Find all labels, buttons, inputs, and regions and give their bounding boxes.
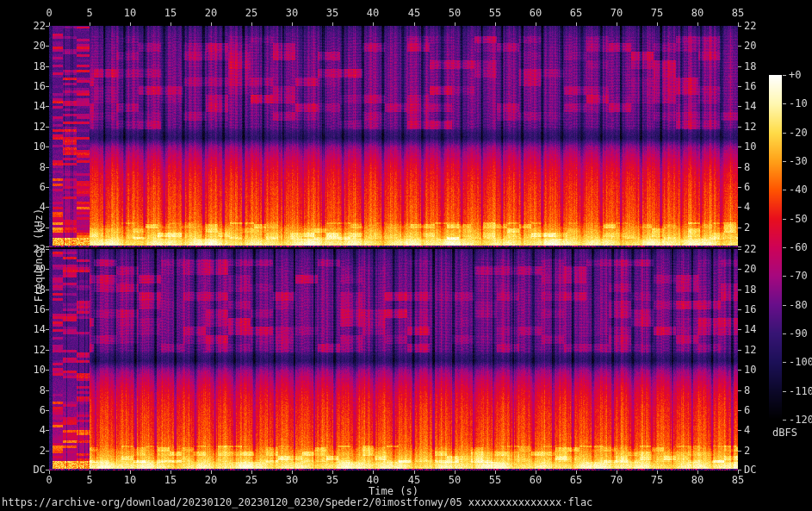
spectrogram-figure: Frequency (kHz) 005510101515202025253030… bbox=[0, 0, 812, 511]
time-tick-label-bottom: 35 bbox=[326, 475, 338, 486]
time-tick-label-top: 55 bbox=[489, 8, 501, 19]
freq-tick-label-left: 18 bbox=[3, 61, 46, 72]
colorbar-tick-label: -40 bbox=[789, 184, 808, 196]
freq-tick-label-right: 20 bbox=[744, 264, 756, 275]
time-tick-label-top: 40 bbox=[367, 8, 379, 19]
freq-tick-label-left: 12 bbox=[3, 122, 46, 133]
freq-tick-label-left: DC bbox=[3, 464, 46, 476]
colorbar-tick-label: -30 bbox=[789, 156, 808, 167]
time-tick-label-bottom: 0 bbox=[46, 475, 52, 486]
freq-tick-label-left: 14 bbox=[3, 101, 46, 112]
time-tick-label-top: 70 bbox=[611, 8, 623, 19]
freq-tick-label-right: 14 bbox=[744, 324, 756, 335]
time-tick-label-bottom: 75 bbox=[651, 475, 663, 486]
freq-tick-label-right: 20 bbox=[744, 41, 756, 52]
colorbar-tick-label: -70 bbox=[789, 271, 808, 282]
time-tick-label-bottom: 65 bbox=[570, 475, 582, 486]
time-tick-label-top: 75 bbox=[651, 8, 663, 19]
time-tick-label-bottom: 60 bbox=[530, 475, 542, 486]
colorbar-tick-label: -90 bbox=[789, 328, 808, 340]
time-tick-label-bottom: 55 bbox=[489, 475, 501, 486]
freq-tick-label-left: 20 bbox=[3, 41, 46, 52]
freq-tick-label-right: 6 bbox=[744, 405, 750, 416]
source-url: https://archive·org/download/20230120_20… bbox=[2, 497, 592, 508]
colorbar-tick-label: -110 bbox=[789, 386, 812, 397]
time-tick-label-bottom: 80 bbox=[691, 475, 704, 486]
time-tick-label-top: 25 bbox=[245, 8, 257, 19]
freq-tick-label-right: 2 bbox=[744, 446, 750, 457]
colorbar-tick-label: -60 bbox=[789, 242, 808, 253]
colorbar-unit-label: dBFS bbox=[772, 427, 797, 439]
time-tick-label-bottom: 10 bbox=[124, 475, 136, 486]
freq-tick-label-right: 18 bbox=[744, 284, 756, 296]
freq-tick-label-left: 2 bbox=[3, 446, 46, 457]
freq-tick-label-right: 22 bbox=[744, 244, 756, 255]
freq-tick-label-right: 16 bbox=[744, 81, 756, 92]
spectrogram-canvas bbox=[0, 0, 812, 511]
freq-tick-label-right: 22 bbox=[744, 21, 756, 32]
freq-tick-label-right: 18 bbox=[744, 61, 756, 72]
freq-tick-label-left: 22 bbox=[3, 244, 46, 255]
freq-tick-label-right: 12 bbox=[744, 345, 756, 356]
time-tick-label-top: 15 bbox=[164, 8, 177, 19]
freq-tick-label-left: 14 bbox=[3, 324, 46, 335]
colorbar-tick-label: -10 bbox=[789, 98, 808, 109]
time-tick-label-bottom: 50 bbox=[449, 475, 461, 486]
time-tick-label-top: 85 bbox=[732, 8, 744, 19]
freq-tick-label-left: 16 bbox=[3, 81, 46, 92]
time-tick-label-top: 20 bbox=[205, 8, 217, 19]
freq-tick-label-left: 20 bbox=[3, 264, 46, 275]
freq-tick-label-right: 6 bbox=[744, 182, 750, 193]
time-tick-label-top: 45 bbox=[408, 8, 420, 19]
freq-tick-label-left: 8 bbox=[3, 385, 46, 396]
time-tick-label-top: 30 bbox=[286, 8, 298, 19]
freq-tick-label-left: 6 bbox=[3, 182, 46, 193]
freq-tick-label-right: 14 bbox=[744, 101, 756, 112]
time-tick-label-bottom: 25 bbox=[245, 475, 257, 486]
time-tick-label-top: 50 bbox=[449, 8, 461, 19]
time-tick-label-top: 35 bbox=[326, 8, 338, 19]
time-tick-label-top: 0 bbox=[46, 8, 52, 19]
colorbar-tick-label: -100 bbox=[789, 357, 812, 368]
freq-tick-label-left: 8 bbox=[3, 162, 46, 173]
freq-tick-label-right: 12 bbox=[744, 122, 756, 133]
freq-tick-label-left: 10 bbox=[3, 365, 46, 376]
time-tick-label-top: 80 bbox=[691, 8, 704, 19]
freq-tick-label-right: 8 bbox=[744, 162, 750, 173]
freq-tick-label-left: 4 bbox=[3, 202, 46, 213]
freq-tick-label-left: 12 bbox=[3, 345, 46, 356]
time-tick-label-bottom: 5 bbox=[86, 475, 92, 486]
colorbar-tick-label: -50 bbox=[789, 214, 808, 225]
colorbar-tick-label: -120 bbox=[789, 414, 812, 426]
freq-tick-label-right: DC bbox=[744, 464, 756, 476]
freq-tick-label-right: 8 bbox=[744, 385, 750, 396]
time-tick-label-bottom: 15 bbox=[164, 475, 177, 486]
time-tick-label-bottom: 85 bbox=[732, 475, 744, 486]
freq-tick-label-left: 18 bbox=[3, 284, 46, 296]
colorbar-tick-label: -80 bbox=[789, 300, 808, 311]
time-tick-label-bottom: 30 bbox=[286, 475, 298, 486]
freq-tick-label-left: 22 bbox=[3, 21, 46, 32]
colorbar-tick-label: -20 bbox=[789, 128, 808, 139]
time-tick-label-top: 10 bbox=[124, 8, 136, 19]
freq-tick-label-left: 6 bbox=[3, 405, 46, 416]
freq-tick-label-right: 10 bbox=[744, 141, 756, 153]
time-tick-label-top: 60 bbox=[530, 8, 542, 19]
freq-tick-label-left: 4 bbox=[3, 425, 46, 436]
colorbar-tick-label: +0 bbox=[789, 70, 801, 81]
time-tick-label-top: 65 bbox=[570, 8, 582, 19]
freq-tick-label-left: 10 bbox=[3, 141, 46, 153]
freq-tick-label-left: 16 bbox=[3, 304, 46, 315]
time-tick-label-bottom: 70 bbox=[611, 475, 623, 486]
time-tick-label-top: 5 bbox=[86, 8, 92, 19]
freq-tick-label-right: 4 bbox=[744, 425, 750, 436]
time-tick-label-bottom: 20 bbox=[205, 475, 217, 486]
freq-tick-label-right: 16 bbox=[744, 304, 756, 315]
freq-tick-label-right: 10 bbox=[744, 365, 756, 376]
freq-tick-label-right: 2 bbox=[744, 222, 750, 234]
freq-tick-label-left: 2 bbox=[3, 222, 46, 234]
freq-tick-label-right: 4 bbox=[744, 202, 750, 213]
